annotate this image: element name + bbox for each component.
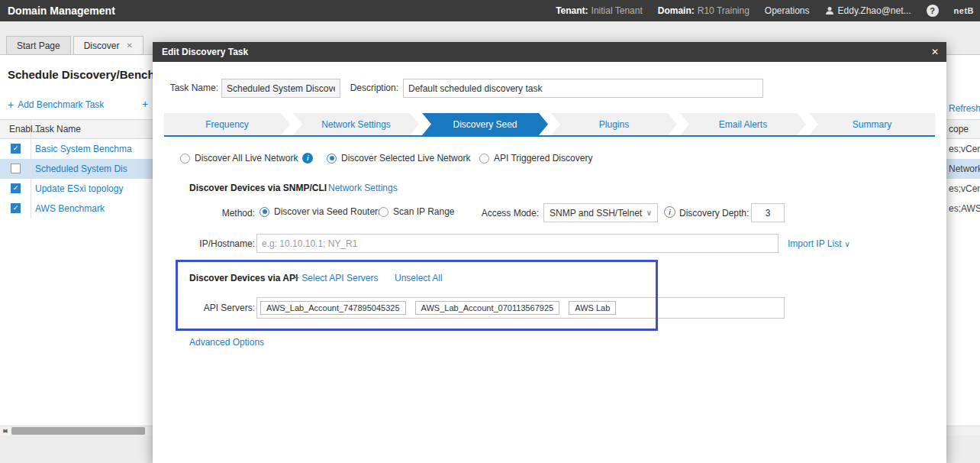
task-name-input[interactable] <box>221 79 340 98</box>
radio-label: Discover Selected Live Network <box>341 153 470 164</box>
tenant-value: Initial Tenant <box>592 5 643 16</box>
select-api-servers-link[interactable]: + Select API Servers <box>294 273 378 283</box>
info-glyph: i <box>669 209 671 216</box>
tenant-info: Tenant:Initial Tenant <box>556 5 643 16</box>
access-mode-select[interactable]: SNMP and SSH/Telnet ∨ <box>543 203 658 222</box>
api-server-chip[interactable]: AWS_Lab_Account_070113567925 <box>415 301 560 315</box>
enabled-checkbox[interactable]: ✓ <box>11 183 21 193</box>
task-name-link[interactable]: Basic System Benchma <box>35 144 132 154</box>
close-icon[interactable]: ✕ <box>931 47 939 57</box>
api-section-title: Discover Devices via API <box>189 273 298 283</box>
topbar-right: Tenant:Initial Tenant Domain:R10 Trainin… <box>556 5 974 17</box>
task-scope: es;vCent <box>949 183 980 194</box>
api-server-chip[interactable]: AWS Lab <box>569 301 616 315</box>
column-divider <box>31 159 31 179</box>
snmp-section-title: Discover Devices via SNMP/CLI <box>189 183 327 193</box>
radio-label: Discover via Seed Routers <box>274 206 382 217</box>
radio-icon-selected <box>260 207 269 217</box>
ip-hostname-input[interactable] <box>256 234 779 253</box>
active-step-underline <box>164 135 935 137</box>
ip-hostname-label: IP/Hostname: <box>176 238 255 249</box>
radio-scan-ip-range[interactable]: Scan IP Range <box>379 206 455 217</box>
import-ip-list-link[interactable]: Import IP List∨ <box>788 238 850 249</box>
radio-icon-selected <box>327 154 337 164</box>
radio-discover-via-seed-routers[interactable]: Discover via Seed Routers <box>260 206 382 217</box>
radio-icon <box>379 207 388 217</box>
task-name-link[interactable]: Update ESxi topology <box>35 183 123 194</box>
tab-start-page[interactable]: Start Page <box>6 36 71 55</box>
task-scope: es;AWS_ <box>949 203 980 214</box>
add-benchmark-task-label: Add Benchmark Task <box>18 99 104 110</box>
column-header-task-name[interactable]: Task Name <box>35 124 81 134</box>
scroll-right-icon[interactable]: ▶ <box>0 426 11 435</box>
access-mode-info-icon[interactable]: i <box>664 206 675 218</box>
topbar: Domain Management Tenant:Initial Tenant … <box>0 0 980 21</box>
discovery-depth-input[interactable] <box>751 203 785 222</box>
info-icon[interactable]: i <box>302 153 313 164</box>
enabled-checkbox[interactable]: ✓ <box>11 144 21 154</box>
add-benchmark-task-link[interactable]: + Add Benchmark Task <box>8 99 104 110</box>
radio-label: Discover All Live Network <box>195 153 298 164</box>
edit-discovery-task-dialog: Edit Discovery Task ✕ Task Name: Descrip… <box>153 42 946 463</box>
step-email-alerts[interactable]: Email Alerts <box>680 113 806 135</box>
method-label: Method: <box>153 208 255 219</box>
wizard-steps: Frequency Network Settings Discovery See… <box>164 113 935 135</box>
chevron-down-icon: ∨ <box>646 209 652 217</box>
tab-bar: Start Page Discover ✕ <box>6 36 143 55</box>
page-title: Schedule Discovery/Benchm <box>8 68 165 81</box>
tab-start-page-label: Start Page <box>17 40 60 51</box>
dialog-title: Edit Discovery Task <box>162 47 248 57</box>
task-scope: es;vCent <box>949 144 980 154</box>
discovery-depth-label: Discovery Depth: <box>679 208 746 219</box>
check-icon: ✓ <box>13 184 19 192</box>
enabled-checkbox[interactable]: ✓ <box>11 203 21 213</box>
radio-api-triggered-discovery[interactable]: API Triggered Discovery <box>479 153 592 164</box>
tab-close-icon[interactable]: ✕ <box>126 41 132 50</box>
netbrain-logo: netB <box>954 6 974 15</box>
step-network-settings[interactable]: Network Settings <box>293 113 419 135</box>
scrollbar-thumb[interactable] <box>11 427 145 435</box>
domain-value: R10 Training <box>698 5 750 16</box>
tab-discover-label: Discover <box>84 40 120 51</box>
step-discovery-seed[interactable]: Discovery Seed <box>422 113 548 135</box>
advanced-options-link[interactable]: Advanced Options <box>189 337 264 348</box>
access-mode-value: SNMP and SSH/Telnet <box>550 208 642 219</box>
check-icon: ✓ <box>13 204 19 212</box>
column-header-scope[interactable]: cope <box>949 124 969 134</box>
tenant-label: Tenant: <box>556 5 588 16</box>
user-icon <box>825 6 834 15</box>
radio-label: API Triggered Discovery <box>494 153 592 164</box>
user-menu[interactable]: Eddy.Zhao@net... <box>825 5 911 16</box>
add-discovery-task-link-partial[interactable]: + <box>142 99 148 108</box>
description-input[interactable] <box>403 79 763 98</box>
enabled-checkbox[interactable] <box>11 164 21 173</box>
user-name: Eddy.Zhao@net... <box>838 5 911 16</box>
help-icon[interactable]: ? <box>927 5 939 17</box>
radio-discover-selected-live-network[interactable]: Discover Selected Live Network <box>327 153 470 164</box>
import-ip-list-label: Import IP List <box>788 238 841 249</box>
help-glyph: ? <box>930 6 935 15</box>
radio-discover-all-live-network[interactable]: Discover All Live Network i <box>180 153 313 164</box>
step-frequency[interactable]: Frequency <box>164 113 290 135</box>
domain-info: Domain:R10 Training <box>658 5 750 16</box>
task-name-link[interactable]: AWS Benchmark <box>35 203 105 214</box>
api-servers-label: API Servers: <box>176 303 255 313</box>
column-divider <box>31 139 31 159</box>
api-servers-field[interactable]: AWS_Lab_Account_747895045325 AWS_Lab_Acc… <box>256 297 785 319</box>
dialog-header[interactable]: Edit Discovery Task ✕ <box>153 42 946 62</box>
task-name-link[interactable]: Scheduled System Dis <box>35 164 127 174</box>
step-summary[interactable]: Summary <box>809 113 935 135</box>
refresh-link[interactable]: Refresh <box>949 103 980 114</box>
radio-icon <box>479 154 489 164</box>
tab-discover[interactable]: Discover ✕ <box>73 36 143 55</box>
screen: Domain Management Tenant:Initial Tenant … <box>0 0 980 463</box>
operations-menu[interactable]: Operations <box>765 5 810 16</box>
radio-label: Scan IP Range <box>393 206 455 217</box>
unselect-all-link[interactable]: Unselect All <box>395 273 443 283</box>
step-plugins[interactable]: Plugins <box>551 113 677 135</box>
plus-icon: + <box>142 99 148 108</box>
access-mode-label: Access Mode: <box>458 208 539 219</box>
network-settings-link[interactable]: Network Settings <box>328 183 398 193</box>
domain-label: Domain: <box>658 5 695 16</box>
api-server-chip[interactable]: AWS_Lab_Account_747895045325 <box>260 301 406 315</box>
